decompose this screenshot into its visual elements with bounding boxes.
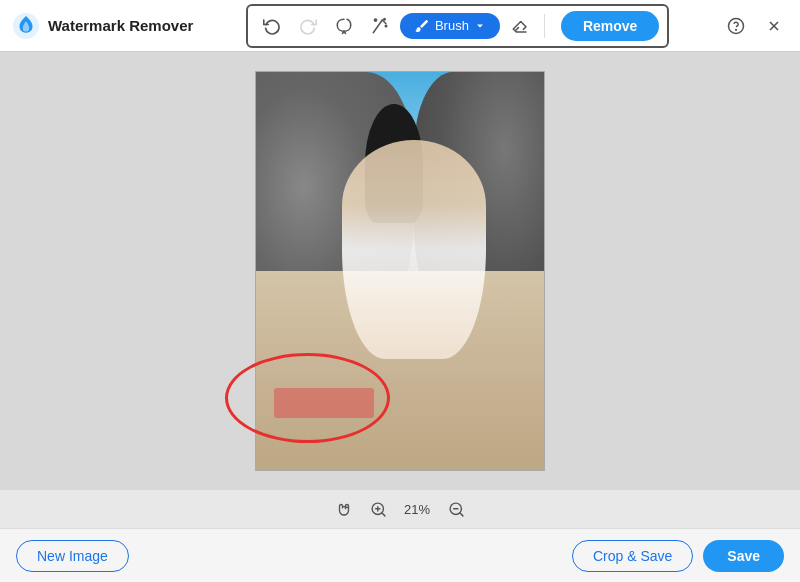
header-left: Watermark Remover xyxy=(12,12,193,40)
zoom-in-icon xyxy=(370,501,387,518)
hand-icon xyxy=(335,500,353,518)
hand-tool-button[interactable] xyxy=(331,496,357,522)
brush-icon xyxy=(414,18,430,34)
redo-icon xyxy=(299,17,317,35)
bottom-right-buttons: Crop & Save Save xyxy=(572,540,784,572)
zoom-in-button[interactable] xyxy=(365,496,391,522)
close-icon xyxy=(766,18,782,34)
undo-icon xyxy=(263,17,281,35)
app-title: Watermark Remover xyxy=(48,17,193,34)
zoom-out-button[interactable] xyxy=(443,496,469,522)
chevron-down-icon xyxy=(474,20,486,32)
toolbar-divider xyxy=(544,14,545,38)
svg-point-5 xyxy=(384,18,386,20)
toolbar-box: Brush Remove xyxy=(246,4,669,48)
svg-line-6 xyxy=(516,27,519,30)
undo-button[interactable] xyxy=(256,10,288,42)
lasso-icon xyxy=(335,17,353,35)
svg-line-12 xyxy=(381,512,384,515)
canvas-area[interactable] xyxy=(0,52,800,490)
main-image xyxy=(255,71,545,471)
svg-point-3 xyxy=(374,18,376,20)
save-button[interactable]: Save xyxy=(703,540,784,572)
brush-button[interactable]: Brush xyxy=(400,13,500,39)
zoom-percent: 21% xyxy=(399,502,435,517)
close-button[interactable] xyxy=(760,12,788,40)
help-button[interactable] xyxy=(722,12,750,40)
redo-button[interactable] xyxy=(292,10,324,42)
eraser-button[interactable] xyxy=(504,10,536,42)
svg-point-4 xyxy=(385,25,387,27)
zoom-out-icon xyxy=(448,501,465,518)
eraser-icon xyxy=(511,17,529,35)
magic-wand-icon xyxy=(371,17,389,35)
new-image-button[interactable]: New Image xyxy=(16,540,129,572)
image-container xyxy=(255,71,545,471)
header-right xyxy=(722,12,788,40)
magic-wand-button[interactable] xyxy=(364,10,396,42)
zoom-bar: 21% xyxy=(0,490,800,528)
brush-label: Brush xyxy=(435,18,469,33)
watermark-brush-mark xyxy=(274,388,374,418)
crop-save-button[interactable]: Crop & Save xyxy=(572,540,693,572)
help-icon xyxy=(727,17,745,35)
header: Watermark Remover xyxy=(0,0,800,52)
svg-line-16 xyxy=(459,512,462,515)
bottom-bar: New Image Crop & Save Save xyxy=(0,528,800,582)
app-logo-icon xyxy=(12,12,40,40)
person-layer xyxy=(342,140,486,359)
lasso-button[interactable] xyxy=(328,10,360,42)
remove-button[interactable]: Remove xyxy=(561,11,659,41)
